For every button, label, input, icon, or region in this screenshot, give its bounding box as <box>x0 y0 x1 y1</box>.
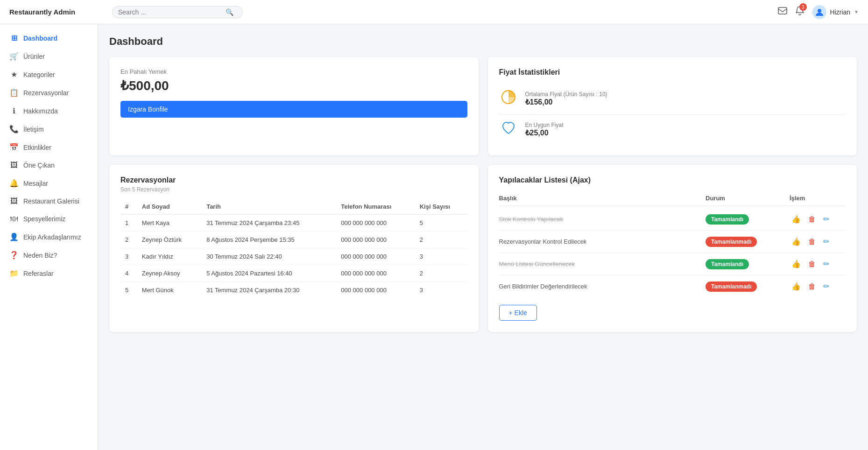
like-button[interactable]: 👍 <box>790 281 803 292</box>
table-row: 4 Zeynep Aksoy 5 Ağustos 2024 Pazartesi … <box>120 265 467 282</box>
table-row: 2 Zeynep Öztürk 8 Ağustos 2024 Perşembe … <box>120 232 467 248</box>
row-guests: 2 <box>415 265 467 282</box>
delete-button[interactable]: 🗑 <box>806 214 818 225</box>
col-date: Tarih <box>202 199 336 214</box>
sidebar-item-specials[interactable]: 🍽 Spesyellerimiz <box>0 210 98 228</box>
sidebar-item-contact[interactable]: 📞 İletişim <box>0 120 98 138</box>
info-icon: ℹ <box>9 106 19 115</box>
avg-price-row: Ortalama Fiyat (Ürün Sayısı : 10) ₺156,0… <box>499 83 846 115</box>
delete-button[interactable]: 🗑 <box>806 259 818 269</box>
sidebar-label: Restaurant Galerisi <box>23 197 79 205</box>
row-phone: 000 000 000 000 <box>336 214 415 232</box>
todo-item-title: Geri Bildirimler Değerlendirilecek <box>499 283 706 290</box>
sidebar: ⊞ Dashboard 🛒 Ürünler ★ Kategoriler 📋 Re… <box>0 24 98 450</box>
todo-title: Yapılacaklar Listesi (Ajax) <box>499 176 846 184</box>
todo-list: Başlık Durum İşlem Stok Kontrolü Yapılac… <box>499 191 846 297</box>
sidebar-item-events[interactable]: 📅 Etkinlikler <box>0 138 98 156</box>
user-area[interactable]: Hizrian ▼ <box>812 5 859 19</box>
status-badge: Tamamlanmadı <box>706 281 757 292</box>
sidebar-item-featured[interactable]: 🖼 Öne Çıkan <box>0 156 98 174</box>
col-name: Ad Soyad <box>137 199 202 214</box>
topbar: Restaurantly Admin 🔍 3 Hizrian ▼ <box>0 0 868 24</box>
food-icon: 🍽 <box>9 215 19 223</box>
bottom-row: Rezervasyonlar Son 5 Rezervasyon # Ad So… <box>109 165 857 332</box>
row-num: 2 <box>120 232 137 248</box>
most-expensive-value: ₺500,00 <box>120 78 467 93</box>
like-button[interactable]: 👍 <box>790 259 803 269</box>
edit-button[interactable]: ✏ <box>821 236 831 247</box>
sidebar-item-products[interactable]: 🛒 Ürünler <box>0 47 98 65</box>
todo-item: Stok Kontrolü Yapılacak Tamamlandı 👍 🗑 ✏ <box>499 208 846 231</box>
reservations-subtitle: Son 5 Rezervasyon <box>120 186 467 193</box>
image-icon: 🖼 <box>9 161 19 169</box>
sidebar-label: Referaslar <box>23 270 54 277</box>
delete-button[interactable]: 🗑 <box>806 281 818 292</box>
page-title: Dashboard <box>109 35 857 48</box>
sidebar-item-references[interactable]: 📁 Referaslar <box>0 264 98 282</box>
row-date: 31 Temmuz 2024 Çarşamba 23:45 <box>202 214 336 232</box>
sidebar-item-reservations[interactable]: 📋 Rezervasyonlar <box>0 84 98 102</box>
row-phone: 000 000 000 000 <box>336 232 415 248</box>
folder-icon: 📁 <box>9 269 19 278</box>
like-button[interactable]: 👍 <box>790 214 803 225</box>
price-stats-card: Fiyat İstatistikleri Ortalama Fiyat (Ürü… <box>488 57 857 155</box>
notification-bell[interactable]: 3 <box>796 6 804 18</box>
price-stats-title: Fiyat İstatistikleri <box>499 68 846 77</box>
sidebar-item-dashboard[interactable]: ⊞ Dashboard <box>0 29 98 47</box>
edit-button[interactable]: ✏ <box>821 281 831 292</box>
brand-name: Restaurantly Admin <box>9 8 107 16</box>
sidebar-item-gallery[interactable]: 🖼 Restaurant Galerisi <box>0 192 98 210</box>
sidebar-label: Kategoriler <box>23 71 55 78</box>
avg-price-value: ₺156,00 <box>525 98 607 106</box>
main-content: Dashboard En Pahalı Yemek ₺500,00 Izgara… <box>98 24 868 450</box>
todo-card: Yapılacaklar Listesi (Ajax) Başlık Durum… <box>488 165 857 332</box>
delete-button[interactable]: 🗑 <box>806 237 818 247</box>
sidebar-item-messages[interactable]: 🔔 Mesajlar <box>0 174 98 192</box>
like-button[interactable]: 👍 <box>790 236 803 247</box>
avg-price-label: Ortalama Fiyat (Ürün Sayısı : 10) <box>525 91 607 98</box>
todo-item-title: Menü Listesi Güncellenecek <box>499 260 706 267</box>
row-phone: 000 000 000 000 <box>336 248 415 265</box>
edit-button[interactable]: ✏ <box>821 259 831 269</box>
sidebar-label: Neden Biz? <box>23 252 57 259</box>
topbar-right: 3 Hizrian ▼ <box>778 5 859 19</box>
dashboard-icon: ⊞ <box>9 34 19 42</box>
table-row: 5 Mert Günok 31 Temmuz 2024 Çarşamba 20:… <box>120 282 467 299</box>
search-input[interactable] <box>118 8 226 16</box>
table-row: 1 Mert Kaya 31 Temmuz 2024 Çarşamba 23:4… <box>120 214 467 232</box>
sidebar-label: İletişim <box>23 126 44 133</box>
bell-icon: 🔔 <box>9 179 19 188</box>
row-phone: 000 000 000 000 <box>336 265 415 282</box>
row-date: 5 Ağustos 2024 Pazartesi 16:40 <box>202 265 336 282</box>
sidebar-item-team[interactable]: 👤 Ekip Arkadaşlarımız <box>0 228 98 246</box>
top-cards-row: En Pahalı Yemek ₺500,00 Izgara Bonfile F… <box>109 57 857 155</box>
col-num: # <box>120 199 137 214</box>
row-guests: 2 <box>415 232 467 248</box>
todo-item: Rezervasyonlar Kontrol Edilecek Tamamlan… <box>499 231 846 253</box>
edit-button[interactable]: ✏ <box>821 214 831 225</box>
svg-rect-0 <box>778 7 787 14</box>
most-expensive-card: En Pahalı Yemek ₺500,00 Izgara Bonfile <box>109 57 479 155</box>
clipboard-icon: 📋 <box>9 88 19 97</box>
mail-icon[interactable] <box>778 7 787 17</box>
phone-icon: 📞 <box>9 125 19 134</box>
dish-name-button[interactable]: Izgara Bonfile <box>120 101 467 118</box>
col-status-title: Durum <box>706 195 790 202</box>
layout: ⊞ Dashboard 🛒 Ürünler ★ Kategoriler 📋 Re… <box>0 24 868 450</box>
add-todo-button[interactable]: + Ekle <box>499 305 537 321</box>
sidebar-item-categories[interactable]: ★ Kategoriler <box>0 65 98 84</box>
todo-actions: 👍 🗑 ✏ <box>790 259 846 269</box>
sidebar-label: Hakkımızda <box>23 107 58 115</box>
sidebar-item-about[interactable]: ℹ Hakkımızda <box>0 102 98 120</box>
row-name: Kadır Yıldız <box>137 248 202 265</box>
col-actions-title: İşlem <box>790 195 846 202</box>
row-name: Mert Kaya <box>137 214 202 232</box>
row-num: 5 <box>120 282 137 299</box>
todo-status-badge: Tamamlandı <box>706 214 790 225</box>
row-num: 1 <box>120 214 137 232</box>
sidebar-item-whyus[interactable]: ❓ Neden Biz? <box>0 246 98 264</box>
sidebar-label: Mesajlar <box>23 180 48 187</box>
calendar-icon: 📅 <box>9 143 19 152</box>
row-num: 4 <box>120 265 137 282</box>
row-date: 30 Temmuz 2024 Salı 22:40 <box>202 248 336 265</box>
